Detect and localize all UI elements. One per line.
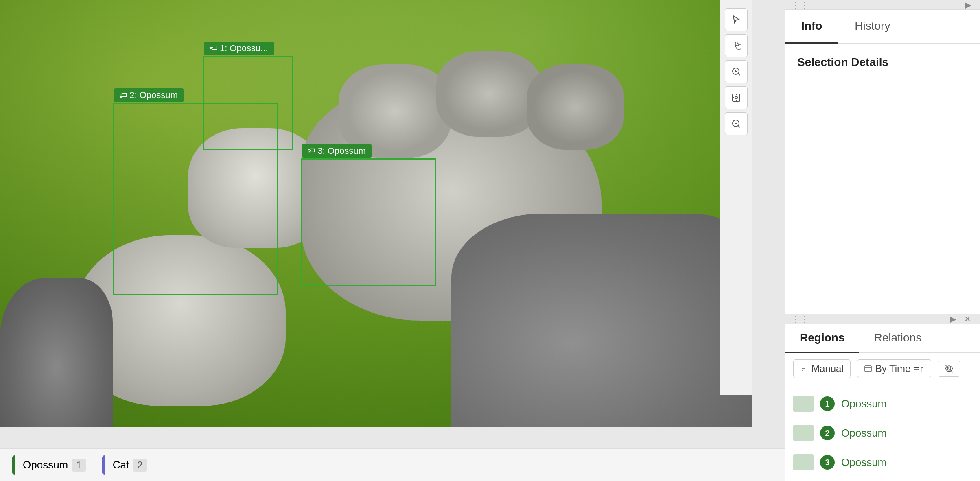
region-item-1[interactable]: 1 Opossum [785, 389, 980, 418]
region-thumbnail-1 [793, 396, 814, 412]
info-content-area: Selection Details [785, 44, 980, 314]
tab-regions[interactable]: Regions [785, 324, 859, 353]
drag-handle-dots: ⋮⋮ [792, 0, 809, 10]
annotation-box-2[interactable]: 🏷 2: Opossum [113, 103, 278, 295]
region-item-3[interactable]: 3 Opossum [785, 448, 980, 477]
bottom-panel-close-button[interactable]: ✕ [962, 313, 973, 325]
region-name-3: Opossum [841, 456, 886, 469]
tab-relations[interactable]: Relations [859, 324, 936, 353]
visibility-toggle-button[interactable] [938, 361, 960, 377]
zoom-out-button[interactable] [725, 112, 748, 135]
tab-history[interactable]: History [838, 10, 906, 44]
image-viewport: 🏷 1: Opossu... 🏷 2: Opossum 🏷 3: Opossum [0, 0, 752, 427]
tag-icon-3: 🏷 [308, 146, 315, 155]
manual-sort-button[interactable]: Manual [793, 359, 851, 378]
region-thumbnail-2 [793, 425, 814, 441]
tag-icon-1: 🏷 [210, 44, 217, 52]
by-time-sort-button[interactable]: By Time =↑ [857, 359, 932, 378]
tool-sidebar [720, 0, 752, 395]
region-badge-3: 3 [820, 455, 835, 470]
panel-top-controls: ▶ [962, 0, 973, 11]
right-panel: ⋮⋮ ▶ Info History Selection Details ⋮⋮ ▶… [785, 0, 980, 481]
regions-relations-tabs: Regions Relations [785, 324, 980, 353]
bottom-panel: ⋮⋮ ▶ ✕ Regions Relations Manual [785, 314, 980, 481]
animal-shape-5 [436, 51, 542, 137]
region-badge-2: 2 [820, 426, 835, 440]
regions-toolbar: Manual By Time =↑ [785, 353, 980, 385]
annotation-label-2: 🏷 2: Opossum [114, 88, 184, 102]
animal-shape-6 [527, 64, 624, 150]
panel-expand-button[interactable]: ▶ [962, 0, 973, 11]
sort-direction-icon: =↑ [914, 363, 924, 374]
top-panel-handle: ⋮⋮ ▶ [785, 0, 980, 10]
fit-view-button[interactable] [725, 86, 748, 109]
bottom-drag-dots: ⋮⋮ [792, 314, 809, 324]
pan-tool-button[interactable] [725, 34, 748, 57]
tab-info[interactable]: Info [785, 10, 838, 44]
label-chip-opossum[interactable]: Opossum 1 [12, 455, 94, 475]
select-tool-button[interactable] [725, 8, 748, 31]
svg-rect-4 [865, 366, 871, 372]
bottom-panel-expand-button[interactable]: ▶ [947, 313, 958, 325]
region-thumbnail-3 [793, 454, 814, 470]
region-name-2: Opossum [841, 427, 886, 439]
label-chip-cat[interactable]: Cat 2 [102, 455, 155, 475]
tag-icon-2: 🏷 [120, 91, 127, 100]
rock-shape-left [0, 278, 113, 428]
svg-point-2 [735, 96, 737, 99]
bottom-panel-controls: ▶ ✕ [947, 313, 973, 325]
annotation-label-3: 🏷 3: Opossum [302, 144, 372, 158]
region-item-2[interactable]: 2 Opossum [785, 418, 980, 448]
main-canvas-area: 🏷 1: Opossu... 🏷 2: Opossum 🏷 3: Opossum [0, 0, 785, 481]
selection-details-title: Selection Details [797, 56, 968, 69]
zoom-in-button[interactable] [725, 60, 748, 83]
region-list: 1 Opossum 2 Opossum 3 Opossum [785, 385, 980, 481]
region-name-1: Opossum [841, 398, 886, 410]
annotation-label-1: 🏷 1: Opossu... [204, 42, 274, 55]
region-badge-1: 1 [820, 396, 835, 411]
annotation-box-3[interactable]: 🏷 3: Opossum [301, 158, 436, 286]
info-history-tabs: Info History [785, 10, 980, 44]
rock-shape-right [451, 214, 752, 427]
bottom-panel-handle: ⋮⋮ ▶ ✕ [785, 314, 980, 324]
label-bar: Opossum 1 Cat 2 [0, 448, 785, 481]
